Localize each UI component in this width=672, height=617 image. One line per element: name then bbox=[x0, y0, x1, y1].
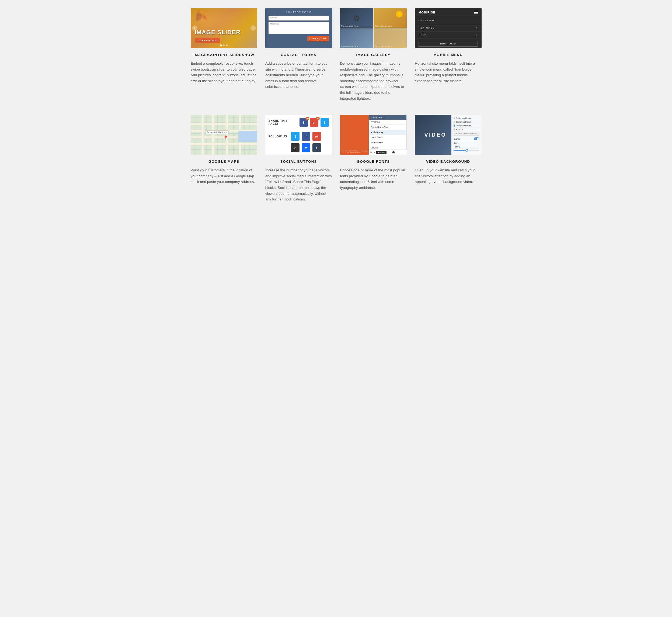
share-label: SHARE THIS PAGE! bbox=[268, 119, 297, 125]
fonts-desc: Choose one or more of the most popular f… bbox=[340, 167, 407, 191]
slider-learn-more-btn[interactable]: LEARN MORE bbox=[195, 38, 220, 43]
fonts-item-droidsans[interactable]: Droid Sans bbox=[369, 135, 406, 140]
slider-next-btn[interactable]: › bbox=[250, 25, 256, 31]
fonts-toolbar-icon-italic[interactable]: I bbox=[373, 151, 373, 154]
contact-name-input[interactable]: Name* bbox=[268, 16, 329, 20]
menu-desc: Horizontal site menu folds itself into a… bbox=[415, 61, 482, 84]
feature-menu: MOBIRISE OVERVIEW FEATURES ▼ bbox=[415, 8, 482, 101]
twitter-follow-icon: 𝕋 bbox=[294, 135, 296, 139]
slider-dot-1[interactable] bbox=[220, 44, 222, 46]
video-panel-bg-image[interactable]: Background Image bbox=[454, 117, 479, 120]
video-preview-box: VIDEO Background Image Background Color … bbox=[415, 115, 482, 155]
map-preview-box: Empire State Building × 📍 bbox=[191, 115, 257, 155]
follow-row: FOLLOW US 𝕋 f g+ bbox=[268, 132, 329, 141]
help-arrow-icon: ▼ bbox=[475, 34, 477, 36]
fonts-color-picker[interactable] bbox=[392, 151, 395, 154]
follow-facebook-btn[interactable]: f bbox=[302, 132, 310, 141]
map-label-close[interactable]: × bbox=[226, 131, 227, 133]
page-wrapper: 🍂 IMAGE SLIDER LEARN MORE ‹ › IMAGE/CONT… bbox=[185, 0, 487, 224]
video-title-text: VIDEO bbox=[418, 132, 453, 138]
menu-item-overview[interactable]: OVERVIEW bbox=[415, 17, 482, 24]
gallery-cell-3[interactable]: Type caption here bbox=[340, 28, 373, 48]
fonts-item-opensans[interactable]: Open Sans Con... bbox=[369, 125, 406, 130]
video-settings-panel: Background Image Background Color Backgr… bbox=[451, 115, 481, 155]
slideshow-preview: 🍂 IMAGE SLIDER LEARN MORE ‹ › bbox=[191, 8, 257, 48]
fonts-preview: Source Serif... PT Sans Open Sans Con...… bbox=[340, 115, 407, 155]
feature-gallery: ✿ Type caption here Type caption here Ty… bbox=[340, 8, 407, 101]
gallery-cell-2[interactable]: Type caption here bbox=[374, 8, 407, 28]
fonts-item-raleway[interactable]: ✓ Raleway bbox=[369, 130, 406, 135]
share-googleplus-btn[interactable]: g+ 47 bbox=[310, 118, 318, 127]
gallery-caption-2: Type caption here bbox=[375, 25, 392, 27]
map-water bbox=[238, 131, 257, 142]
gallery-caption-1: Type caption here bbox=[341, 25, 359, 27]
fonts-dropdown-panel: Source Serif... PT Sans Open Sans Con...… bbox=[369, 115, 407, 155]
opacity-slider-handle[interactable] bbox=[465, 149, 468, 152]
hamburger-line-2 bbox=[474, 12, 478, 13]
features-grid-row2: Empire State Building × 📍 GOOGLE MAPS Po… bbox=[191, 115, 482, 202]
video-panel-youtube[interactable]: YouTube bbox=[454, 128, 479, 132]
behance-btn[interactable]: Be bbox=[302, 143, 310, 152]
fonts-item-montserrat[interactable]: Montserrat bbox=[369, 140, 406, 145]
gallery-desc: Demonstrate your images in masonry mobil… bbox=[340, 61, 407, 101]
fonts-preview-box: Source Serif... PT Sans Open Sans Con...… bbox=[340, 115, 407, 155]
fonts-item-ptsans[interactable]: PT Sans bbox=[369, 120, 406, 125]
maps-title: GOOGLE MAPS bbox=[191, 160, 257, 164]
fonts-bottom-text: ite in a few clicks! Mobirise helps you … bbox=[341, 150, 368, 153]
video-url-input[interactable]: http://www.youtube.com/watc... bbox=[454, 132, 479, 136]
feature-social: SHARE THIS PAGE! f 192 g+ 47 𝕋 bbox=[265, 115, 332, 202]
slider-dot-2[interactable] bbox=[223, 44, 225, 46]
extra-social-row: ⌂ Be t bbox=[291, 143, 329, 152]
contact-form-preview-box: CONTACT FORM Name* Message CONTACT US bbox=[265, 8, 332, 48]
twitter-share-icon: 𝕋 bbox=[323, 121, 326, 125]
tumblr-btn[interactable]: t bbox=[312, 143, 321, 152]
fonts-toolbar-icon-bold[interactable]: B bbox=[370, 151, 372, 154]
facebook-icon: f bbox=[303, 121, 304, 125]
menu-preview-box: MOBIRISE OVERVIEW FEATURES ▼ bbox=[415, 8, 482, 48]
fonts-active-name[interactable]: Raleway bbox=[376, 151, 387, 154]
share-facebook-btn[interactable]: f 192 bbox=[299, 118, 308, 127]
slider-dot-3[interactable] bbox=[226, 44, 228, 46]
menu-item-help[interactable]: HELP ▼ bbox=[415, 31, 482, 39]
video-panel-bg-video[interactable]: Background Video bbox=[454, 124, 479, 128]
share-twitter-btn[interactable]: 𝕋 bbox=[320, 118, 329, 127]
bg-video-radio bbox=[454, 124, 455, 127]
gallery-cell-1[interactable]: ✿ Type caption here bbox=[340, 8, 373, 28]
gallery-cell-4[interactable]: Type caption here bbox=[374, 28, 407, 48]
gallery-preview-box: ✿ Type caption here Type caption here Ty… bbox=[340, 8, 407, 48]
contact-preview: CONTACT FORM Name* Message CONTACT US bbox=[265, 8, 332, 48]
share-row: SHARE THIS PAGE! f 192 g+ 47 𝕋 bbox=[268, 118, 329, 127]
bg-image-radio bbox=[454, 117, 455, 120]
menu-header: MOBIRISE bbox=[415, 8, 482, 17]
gallery-sun-icon bbox=[396, 11, 403, 17]
slider-prev-btn[interactable]: ‹ bbox=[192, 25, 197, 31]
opacity-slider[interactable] bbox=[454, 150, 479, 151]
follow-gp-btn[interactable]: g+ bbox=[312, 132, 321, 141]
github-btn[interactable]: ⌂ bbox=[291, 143, 299, 152]
contact-submit-btn[interactable]: CONTACT US bbox=[307, 36, 329, 41]
menu-item-features[interactable]: FEATURES ▼ bbox=[415, 24, 482, 31]
video-bg-title: VIDEO BACKGROUND bbox=[415, 160, 482, 164]
slideshow-desc: Embed a completely responsive, touch-swi… bbox=[191, 61, 257, 84]
hamburger-line-3 bbox=[474, 13, 478, 14]
hamburger-icon[interactable] bbox=[474, 11, 478, 14]
features-arrow-icon: ▼ bbox=[475, 27, 477, 29]
share-facebook-badge: 192 bbox=[305, 117, 309, 121]
menu-title: MOBILE MENU bbox=[415, 53, 482, 57]
menu-item-overview-label: OVERVIEW bbox=[419, 19, 435, 22]
gallery-caption-3: Type caption here bbox=[341, 45, 359, 47]
video-panel-bg-color[interactable]: Background Color bbox=[454, 120, 479, 124]
menu-download-btn[interactable]: DOWNLOAD bbox=[419, 41, 478, 47]
overlay-toggle[interactable] bbox=[474, 138, 479, 140]
follow-twitter-btn[interactable]: 𝕋 bbox=[291, 132, 299, 141]
social-desc: Increase the number of your site visitor… bbox=[265, 167, 332, 202]
contact-message-input[interactable]: Message bbox=[268, 22, 329, 34]
fonts-toolbar-icon-align[interactable]: ≡ bbox=[374, 151, 376, 154]
bg-color-radio bbox=[454, 121, 455, 124]
video-color-row: Color bbox=[454, 141, 479, 145]
slider-preview-box: 🍂 IMAGE SLIDER LEARN MORE ‹ › bbox=[191, 8, 257, 48]
follow-label: FOLLOW US bbox=[268, 135, 289, 138]
share-gp-badge: 47 bbox=[316, 117, 320, 121]
social-title: SOCIAL BUTTONS bbox=[265, 160, 332, 164]
video-overlay-row: Overlay bbox=[454, 137, 479, 141]
